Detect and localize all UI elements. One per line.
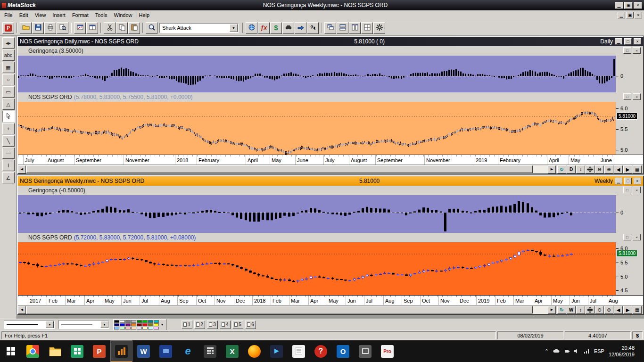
- move-chart-button[interactable]: [586, 306, 594, 314]
- palette-color-19[interactable]: [131, 327, 136, 329]
- language-indicator[interactable]: ESP: [594, 348, 604, 354]
- zoom-out-button[interactable]: ⊖: [595, 165, 604, 173]
- menu-edit[interactable]: Edit: [16, 11, 32, 19]
- cascade-button[interactable]: [324, 22, 336, 34]
- scroll-tool[interactable]: ◂▸: [2, 37, 15, 49]
- palette-color-10[interactable]: [125, 323, 131, 326]
- scrollbar-thumb[interactable]: [26, 165, 533, 173]
- taskbar-word[interactable]: W: [132, 340, 155, 362]
- palette-color-5[interactable]: [142, 320, 148, 323]
- refresh-button[interactable]: ↻: [557, 165, 566, 173]
- palette-color-11[interactable]: [131, 323, 136, 326]
- ellipse-tool[interactable]: ○: [2, 74, 15, 85]
- volume-icon[interactable]: [574, 348, 579, 354]
- taskbar-calculator[interactable]: [199, 340, 221, 362]
- menu-help[interactable]: Help: [136, 11, 153, 19]
- chevron-down-icon[interactable]: ▼: [159, 323, 165, 326]
- taskbar-green-app[interactable]: [66, 340, 88, 362]
- layout-preset-button-3[interactable]: 3: [207, 321, 218, 329]
- pane-close-button[interactable]: ×: [633, 47, 641, 54]
- taskbar-notepad[interactable]: [288, 340, 310, 362]
- text-tool[interactable]: abc: [2, 49, 15, 61]
- layout-preset-button-5[interactable]: 5: [232, 321, 243, 329]
- paste-button[interactable]: [128, 22, 140, 34]
- new-layout-button[interactable]: [86, 22, 98, 34]
- palette-color-16[interactable]: [114, 327, 119, 329]
- palette-color-17[interactable]: [120, 327, 125, 329]
- palette-color-8[interactable]: [114, 323, 119, 326]
- scrollbar-thumb[interactable]: [26, 306, 533, 313]
- palette-color-22[interactable]: [148, 327, 153, 329]
- menu-view[interactable]: View: [32, 11, 50, 19]
- downloader-button[interactable]: [295, 22, 306, 34]
- daily-price-pane[interactable]: 6.05.55.05.81000: [18, 102, 643, 155]
- scroll-left-arrow[interactable]: ◀: [18, 165, 26, 173]
- line-style-combo[interactable]: ▼: [4, 320, 55, 329]
- daily-scrollbar[interactable]: [26, 165, 548, 173]
- taskbar-outlook[interactable]: O: [332, 340, 354, 362]
- move-chart-button[interactable]: [586, 165, 594, 173]
- expert-advisor-button[interactable]: [246, 22, 257, 34]
- pane-maximize-button[interactable]: □: [623, 234, 631, 240]
- rectangle-tool[interactable]: ▭: [2, 86, 15, 98]
- palette-color-21[interactable]: [142, 327, 148, 329]
- open-chart-button[interactable]: [20, 22, 32, 34]
- palette-color-12[interactable]: [137, 323, 142, 326]
- palette-color-7[interactable]: [154, 320, 159, 323]
- tile-horizontal-button[interactable]: [337, 22, 348, 34]
- start-button[interactable]: [0, 340, 22, 362]
- weekly-periodicity-button[interactable]: W: [567, 306, 576, 314]
- palette-color-23[interactable]: [154, 327, 159, 329]
- usb-icon[interactable]: [564, 348, 570, 354]
- daily-minimize-button[interactable]: ▁: [615, 38, 622, 45]
- daily-maximize-button[interactable]: □: [624, 38, 632, 45]
- palette-color-4[interactable]: [137, 320, 142, 323]
- layout-preset-button-2[interactable]: 2: [194, 321, 205, 329]
- taskbar-powerpoint[interactable]: P: [88, 340, 110, 362]
- palette-color-15[interactable]: [154, 323, 159, 326]
- mdi-close-button[interactable]: ×: [635, 12, 642, 18]
- chevron-down-icon[interactable]: ▼: [46, 321, 54, 328]
- layout-preset-button-6[interactable]: 6: [245, 321, 256, 329]
- taskbar-blue-tile-app[interactable]: [155, 340, 177, 362]
- tray-expand-icon[interactable]: ⌃: [545, 348, 549, 354]
- page-right-button[interactable]: ▶: [623, 165, 632, 173]
- grid-tool[interactable]: ▦: [2, 62, 15, 73]
- chevron-down-icon[interactable]: ▼: [100, 321, 108, 328]
- taskbar-excel[interactable]: X: [221, 340, 243, 362]
- taskbar-pro-app[interactable]: Pro: [376, 340, 398, 362]
- save-button[interactable]: [32, 22, 44, 34]
- palette-color-1[interactable]: [120, 320, 125, 323]
- scroll-right-arrow[interactable]: ▶: [548, 165, 556, 173]
- pane-close-button[interactable]: ×: [633, 187, 641, 193]
- options-button[interactable]: [373, 22, 385, 34]
- app-minimize-button[interactable]: ▁: [615, 2, 623, 9]
- power-console-button[interactable]: P: [2, 22, 14, 34]
- rescale-y-button[interactable]: ↕: [576, 306, 585, 314]
- indicator-builder-button[interactable]: ƒx: [258, 22, 270, 34]
- taskbar-metastock[interactable]: [110, 340, 132, 362]
- zoom-in-button[interactable]: ⊕: [604, 165, 613, 173]
- pointer-tool[interactable]: [2, 111, 15, 122]
- copy-button[interactable]: [116, 22, 128, 34]
- triangle-tool[interactable]: △: [2, 99, 15, 110]
- horizontal-line-tool[interactable]: —: [2, 148, 15, 159]
- zoom-in-button[interactable]: ⊕: [604, 306, 613, 314]
- daily-close-button[interactable]: ×: [634, 38, 641, 45]
- daily-window-titlebar[interactable]: NOS Geringonça Daily.mwc - NOS SGPS ORD …: [18, 37, 643, 46]
- rescale-y-button[interactable]: ↕: [576, 165, 585, 173]
- arrange-icons-button[interactable]: [361, 22, 373, 34]
- weekly-indicator-header[interactable]: Geringonça (-0.50000) □ ×: [18, 186, 643, 195]
- weekly-indicator-pane[interactable]: 0: [18, 195, 643, 233]
- clock[interactable]: 20:48 12/06/2019: [609, 345, 635, 358]
- tile-vertical-button[interactable]: [349, 22, 361, 34]
- weekly-window-titlebar[interactable]: NOS Geringonça Weekly.mwc - NOS SGPS ORD…: [18, 176, 643, 186]
- zoom-tool-button[interactable]: [146, 22, 157, 34]
- crosshair-tool[interactable]: +: [2, 123, 15, 134]
- help-pointer-button[interactable]: ?: [307, 22, 319, 34]
- taskbar-firefox[interactable]: [243, 340, 265, 362]
- palette-color-18[interactable]: [125, 327, 131, 329]
- weekly-price-header[interactable]: NOS SGPS ORD (5.72000, 5.83000, 5.72000,…: [18, 233, 643, 242]
- menu-file[interactable]: File: [1, 11, 16, 19]
- weekly-minimize-button[interactable]: ▁: [615, 178, 622, 184]
